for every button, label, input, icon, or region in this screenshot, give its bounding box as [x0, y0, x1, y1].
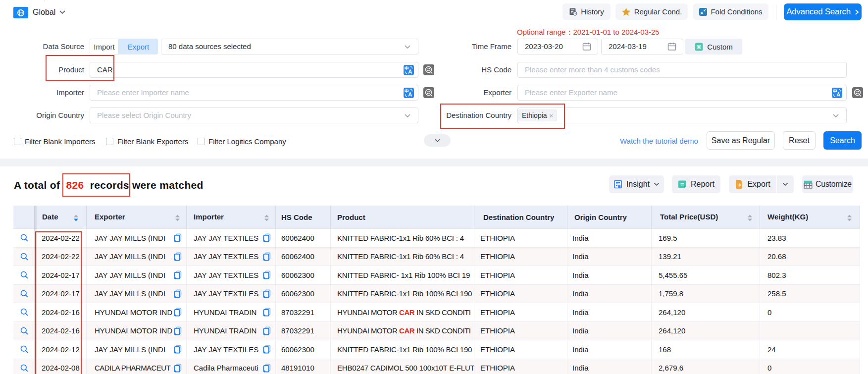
svg-text:⌘: ⌘: [696, 44, 702, 50]
svg-text:BI: BI: [618, 185, 621, 188]
